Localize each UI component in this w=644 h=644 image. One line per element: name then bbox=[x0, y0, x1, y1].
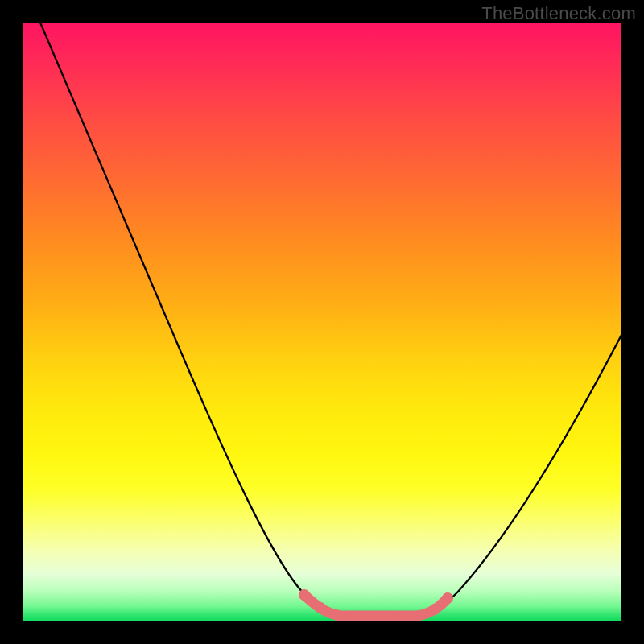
svg-point-2 bbox=[442, 592, 453, 604]
plot-area bbox=[23, 23, 621, 621]
watermark-text: TheBottleneck.com bbox=[481, 3, 636, 24]
pink-overlay-band bbox=[304, 595, 448, 616]
svg-point-3 bbox=[429, 604, 440, 615]
svg-point-0 bbox=[299, 589, 310, 601]
bottleneck-curve bbox=[23, 23, 621, 621]
svg-point-1 bbox=[315, 602, 326, 613]
chart-container: TheBottleneck.com bbox=[0, 0, 644, 644]
curve-line bbox=[40, 23, 621, 616]
